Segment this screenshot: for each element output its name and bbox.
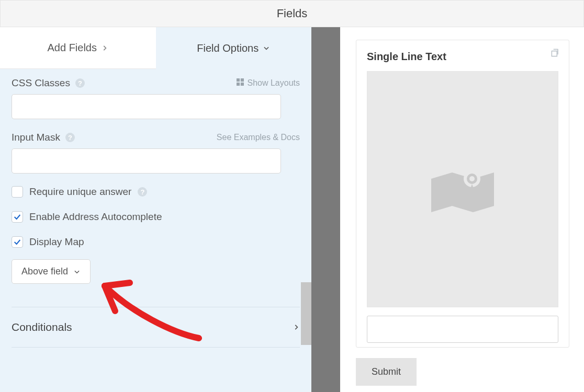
conditionals-section[interactable]: Conditionals	[12, 307, 300, 347]
left-panel: Add Fields Field Options CSS Classes ?	[0, 27, 311, 392]
page-header: Fields	[0, 0, 584, 27]
display-map-row: Display Map	[12, 236, 300, 248]
scrollbar[interactable]	[301, 282, 311, 345]
submit-button[interactable]: Submit	[356, 358, 417, 386]
map-position-select[interactable]: Above field	[12, 259, 91, 284]
chevron-right-icon	[101, 44, 108, 52]
tab-field-options-label: Field Options	[197, 42, 259, 54]
examples-docs-label: See Examples & Docs	[217, 133, 300, 142]
preview-field-card[interactable]: Single Line Text	[356, 40, 569, 348]
input-mask-label: Input Mask	[12, 132, 60, 143]
svg-rect-2	[237, 83, 240, 86]
help-icon[interactable]: ?	[65, 133, 75, 142]
help-icon[interactable]: ?	[138, 187, 147, 197]
css-classes-section: CSS Classes ? Show Layouts	[12, 77, 300, 119]
tab-add-fields-label: Add Fields	[48, 42, 97, 54]
css-classes-label: CSS Classes	[12, 77, 70, 89]
display-map-label: Display Map	[29, 236, 84, 248]
page-title: Fields	[277, 7, 308, 20]
grid-icon	[237, 78, 244, 88]
svg-rect-3	[241, 83, 244, 86]
preview-text-input[interactable]	[367, 316, 558, 343]
examples-docs-link[interactable]: See Examples & Docs	[217, 133, 300, 142]
css-classes-input[interactable]	[12, 94, 281, 119]
input-mask-section: Input Mask ? See Examples & Docs	[12, 132, 300, 174]
submit-label: Submit	[372, 366, 401, 377]
tab-add-fields[interactable]: Add Fields	[0, 27, 156, 69]
duplicate-icon[interactable]	[550, 48, 560, 60]
autocomplete-row: Enable Address Autocomplete	[12, 211, 300, 223]
panel-gutter	[311, 27, 340, 392]
tab-field-options[interactable]: Field Options	[156, 27, 312, 69]
svg-rect-1	[241, 78, 244, 82]
map-pin-icon	[426, 158, 499, 221]
preview-field-title: Single Line Text	[367, 51, 558, 63]
autocomplete-checkbox[interactable]	[12, 211, 23, 223]
require-unique-label: Require unique answer	[29, 186, 131, 198]
autocomplete-label: Enable Address Autocomplete	[29, 211, 162, 223]
chevron-down-icon	[263, 44, 270, 52]
require-unique-row: Require unique answer ?	[12, 186, 300, 198]
preview-panel: Single Line Text Submit	[340, 27, 584, 392]
input-mask-input[interactable]	[12, 148, 281, 174]
svg-point-7	[469, 176, 475, 181]
tabs: Add Fields Field Options	[0, 27, 311, 69]
show-layouts-label: Show Layouts	[247, 78, 300, 88]
svg-rect-0	[237, 78, 240, 82]
chevron-right-icon	[293, 324, 300, 331]
require-unique-checkbox[interactable]	[12, 186, 23, 198]
help-icon[interactable]: ?	[75, 78, 85, 88]
display-map-checkbox[interactable]	[12, 236, 23, 248]
map-position-value: Above field	[21, 266, 68, 277]
conditionals-label: Conditionals	[12, 321, 72, 333]
chevron-down-icon	[73, 268, 81, 275]
show-layouts-link[interactable]: Show Layouts	[237, 78, 300, 88]
map-placeholder	[367, 71, 558, 307]
divider	[12, 347, 300, 348]
